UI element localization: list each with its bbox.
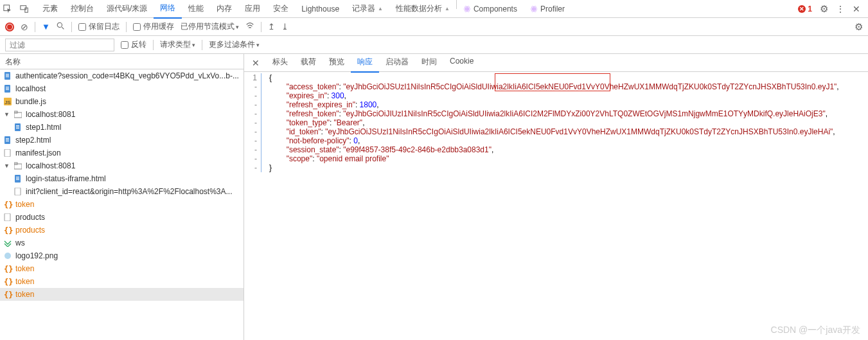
file-icon (14, 111, 22, 118)
request-row[interactable]: {}token (0, 275, 244, 288)
svg-rect-31 (6, 139, 9, 140)
request-name: localhost:8081 (26, 110, 75, 119)
svg-rect-27 (16, 127, 19, 127)
search-icon[interactable] (57, 22, 65, 32)
resp-tab-Cookie[interactable]: Cookie (443, 54, 480, 73)
request-name: login-status-iframe.html (26, 174, 106, 183)
device-icon[interactable] (19, 4, 30, 14)
tab-源代码/来源[interactable]: 源代码/来源 (100, 0, 154, 19)
file-icon (4, 149, 12, 157)
inspect-icon[interactable] (3, 4, 13, 14)
tab-性能数据分析[interactable]: 性能数据分析▲ (389, 0, 456, 19)
request-name: step2.html (15, 136, 51, 145)
svg-rect-16 (6, 76, 9, 77)
error-badge[interactable]: ✕1 (798, 4, 812, 13)
tab-内存[interactable]: 内存 (210, 0, 238, 19)
svg-rect-15 (6, 75, 9, 76)
request-row[interactable]: localhost (0, 82, 244, 95)
filter-input[interactable] (5, 39, 114, 51)
devtools-tabs: 元素控制台源代码/来源网络性能内存应用安全Lighthouse记录器▲性能数据分… (0, 0, 868, 18)
svg-rect-38 (16, 178, 19, 179)
file-icon: {} (4, 226, 12, 234)
download-icon[interactable]: ⤓ (281, 22, 288, 31)
request-name: init?client_id=react&origin=http%3A%2F%2… (26, 187, 233, 196)
request-name: step1.html (26, 123, 61, 132)
file-icon (4, 85, 12, 93)
request-row[interactable]: init?client_id=react&origin=http%3A%2F%2… (0, 185, 244, 198)
resp-tab-时间[interactable]: 时间 (415, 54, 443, 73)
svg-point-11 (57, 22, 62, 27)
tab-记录器[interactable]: 记录器▲ (346, 0, 389, 19)
record-button[interactable] (5, 22, 14, 31)
file-icon (14, 188, 22, 195)
request-row[interactable]: ▼localhost:8081 (0, 108, 244, 121)
request-row[interactable]: ws (0, 237, 244, 249)
resp-tab-响应[interactable]: 响应 (351, 54, 379, 73)
request-row[interactable]: step1.html (0, 121, 244, 134)
file-icon: {} (4, 265, 12, 273)
throttle-dropdown[interactable]: 已停用节流模式 (181, 21, 239, 32)
request-row[interactable]: JSbundle.js (0, 95, 244, 108)
filter-bar: 反转 请求类型 更多过滤条件 (0, 36, 868, 54)
tab-性能[interactable]: 性能 (182, 0, 210, 19)
resp-tab-预览[interactable]: 预览 (323, 54, 351, 73)
svg-rect-30 (6, 138, 9, 139)
request-name: token (15, 290, 34, 299)
svg-rect-26 (16, 125, 19, 126)
request-row[interactable]: login-status-iframe.html (0, 172, 244, 185)
svg-point-42 (4, 253, 11, 259)
invert-checkbox[interactable]: 反转 (121, 39, 146, 50)
name-column-header[interactable]: 名称 (0, 54, 244, 69)
file-icon: {} (4, 291, 12, 298)
response-tabs: ✕ 标头载荷预览响应启动器时间Cookie (244, 54, 868, 72)
request-type-dropdown[interactable]: 请求类型 (160, 39, 195, 50)
request-row[interactable]: authenticate?session_code=t4BKq_vegb6VYO… (0, 69, 244, 82)
svg-rect-33 (4, 149, 10, 157)
tab-控制台[interactable]: 控制台 (64, 0, 100, 19)
resp-tab-标头[interactable]: 标头 (266, 54, 294, 73)
svg-point-3 (466, 8, 468, 10)
svg-rect-19 (6, 88, 9, 89)
upload-icon[interactable]: ↥ (268, 22, 275, 31)
request-row[interactable]: manifest.json (0, 147, 244, 159)
response-body[interactable]: 1{- "access_token": "eyJhbGciOiJSUzI1NiI… (244, 72, 868, 340)
request-name: localhost (15, 84, 46, 93)
preserve-log-checkbox[interactable]: 保留日志 (78, 21, 120, 32)
resp-tab-载荷[interactable]: 载荷 (294, 54, 323, 73)
request-row[interactable]: products (0, 211, 244, 224)
tab-网络[interactable]: 网络 (154, 0, 182, 19)
file-icon (4, 72, 12, 80)
file-icon: {} (4, 278, 12, 285)
more-icon[interactable]: ⋮ (836, 4, 845, 14)
wifi-icon[interactable] (245, 21, 254, 32)
svg-rect-41 (4, 213, 10, 221)
request-row[interactable]: step2.html (0, 134, 244, 147)
request-row[interactable]: {}token (0, 288, 244, 301)
tab-安全[interactable]: 安全 (267, 0, 295, 19)
file-icon (14, 175, 22, 183)
file-icon: {} (4, 201, 12, 208)
settings-icon[interactable]: ⚙ (820, 3, 828, 15)
close-panel-icon[interactable]: ✕ (247, 58, 265, 68)
tab-Profiler[interactable]: Profiler (524, 0, 571, 19)
close-icon[interactable]: ✕ (853, 4, 860, 14)
disable-cache-checkbox[interactable]: 停用缓存 (133, 21, 174, 32)
request-name: ws (15, 238, 25, 247)
tab-Components[interactable]: Components (457, 0, 524, 19)
request-name: token (15, 277, 34, 286)
resp-tab-启动器[interactable]: 启动器 (379, 54, 415, 73)
request-row[interactable]: {}products (0, 224, 244, 237)
request-name: localhost:8081 (26, 161, 75, 170)
request-row[interactable]: logo192.png (0, 249, 244, 262)
request-row[interactable]: {}token (0, 198, 244, 211)
more-filters-dropdown[interactable]: 更多过滤条件 (209, 39, 260, 50)
tab-Lighthouse[interactable]: Lighthouse (295, 0, 346, 19)
tab-应用[interactable]: 应用 (238, 0, 267, 19)
clear-button[interactable]: ⊘ (21, 22, 28, 32)
svg-rect-14 (6, 74, 9, 75)
request-row[interactable]: ▼localhost:8081 (0, 159, 244, 172)
tab-元素[interactable]: 元素 (36, 0, 64, 19)
toolbar-settings-icon[interactable]: ⚙ (855, 21, 863, 33)
filter-icon[interactable]: ▼ (42, 22, 50, 31)
request-row[interactable]: {}token (0, 262, 244, 275)
